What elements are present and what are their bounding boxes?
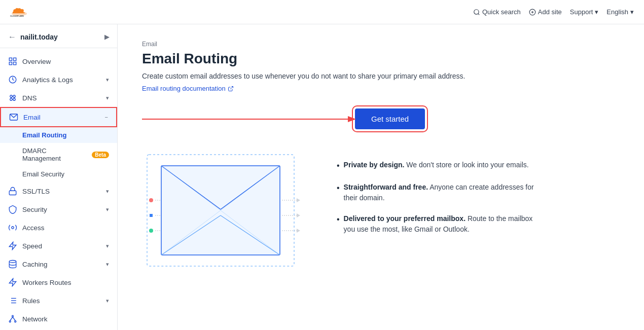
chevron-down-icon: ▾: [106, 261, 109, 268]
email-illustration: [142, 150, 304, 273]
back-arrow-icon: ←: [8, 32, 16, 42]
email-submenu: Email Routing DMARC Management Beta Emai…: [0, 127, 117, 182]
sidebar-item-workers-routes[interactable]: Workers Routes: [0, 273, 117, 291]
breadcrumb: Email: [142, 41, 620, 48]
support-menu[interactable]: Support ▾: [570, 8, 599, 16]
chevron-down-icon: ▾: [106, 298, 109, 304]
svg-point-46: [149, 198, 153, 202]
annotation-arrow: [142, 109, 360, 129]
svg-text:CLOUDFLARE: CLOUDFLARE: [10, 15, 24, 17]
get-started-button[interactable]: Get started: [355, 108, 425, 129]
features-list: Private by design. We don't store or loo…: [337, 150, 620, 245]
sidebar-item-email[interactable]: Email −: [0, 107, 117, 127]
svg-point-32: [15, 321, 16, 322]
svg-rect-48: [150, 214, 153, 217]
quick-search-button[interactable]: Quick search: [473, 8, 521, 16]
svg-point-31: [9, 321, 11, 322]
sidebar-item-dmarc[interactable]: DMARC Management Beta: [0, 143, 117, 166]
svg-marker-53: [297, 198, 300, 202]
sidebar-item-dns[interactable]: DNS ▾: [0, 89, 117, 107]
svg-point-50: [149, 229, 153, 233]
page-title: Email Routing: [142, 51, 620, 67]
svg-rect-7: [14, 58, 16, 60]
chevron-down-icon: ▾: [630, 8, 634, 16]
svg-marker-23: [9, 279, 16, 286]
svg-rect-8: [9, 62, 12, 65]
svg-point-14: [13, 98, 16, 101]
language-selector[interactable]: English ▾: [606, 8, 634, 16]
feature-item-private: Private by design. We don't store or loo…: [337, 160, 540, 172]
sidebar-item-security[interactable]: Security ▾: [0, 200, 117, 218]
domain-selector[interactable]: ← nailit.today ▶: [0, 28, 117, 48]
sidebar-item-email-security[interactable]: Email Security: [0, 166, 117, 182]
beta-badge: Beta: [92, 152, 109, 158]
doc-link[interactable]: Email routing documentation: [142, 85, 234, 92]
sidebar-item-email-routing[interactable]: Email Routing: [0, 127, 117, 143]
logo[interactable]: CLOUDFLARE: [10, 6, 28, 18]
chevron-down-icon: ▾: [106, 206, 109, 213]
chevron-down-icon: ▾: [106, 77, 109, 83]
svg-point-22: [9, 261, 16, 263]
get-started-section: Get started: [142, 108, 620, 129]
feature-item-mailbox: Delivered to your preferred mailbox. Rou…: [337, 213, 540, 235]
sidebar-item-analytics[interactable]: Analytics & Logs ▾: [0, 70, 117, 89]
chevron-up-icon: −: [105, 114, 108, 120]
svg-rect-20: [9, 191, 16, 195]
sidebar-item-caching[interactable]: Caching ▾: [0, 255, 117, 273]
page-description: Create custom email addresses to use whe…: [142, 72, 487, 80]
top-navigation: CLOUDFLARE Quick search Add site Support…: [0, 0, 644, 24]
sidebar-item-overview[interactable]: Overview: [0, 52, 117, 70]
svg-marker-55: [297, 213, 300, 217]
chevron-down-icon: ▾: [106, 243, 109, 249]
svg-line-35: [230, 86, 233, 89]
svg-rect-9: [14, 62, 16, 65]
svg-rect-6: [9, 58, 12, 60]
main-content: Email Email Routing Create custom email …: [118, 24, 644, 330]
sidebar: ← nailit.today ▶ Overview Analytics & Lo…: [0, 24, 118, 330]
sidebar-item-access[interactable]: Access: [0, 218, 117, 237]
sidebar-item-network[interactable]: Network: [0, 310, 117, 328]
svg-point-11: [10, 95, 13, 98]
svg-point-21: [12, 227, 14, 229]
svg-point-13: [10, 98, 13, 101]
sidebar-item-speed[interactable]: Speed ▾: [0, 237, 117, 255]
svg-point-30: [12, 315, 14, 317]
chevron-down-icon: ▾: [106, 188, 109, 195]
sidebar-item-ssl[interactable]: SSL/TLS ▾: [0, 182, 117, 200]
forward-arrow-icon: ▶: [104, 33, 109, 41]
sidebar-item-rules[interactable]: Rules ▾: [0, 291, 117, 310]
feature-item-free: Straightforward and free. Anyone can cre…: [337, 182, 540, 203]
add-site-button[interactable]: Add site: [529, 8, 562, 16]
svg-point-2: [474, 9, 479, 14]
svg-marker-57: [297, 229, 300, 233]
svg-line-33: [10, 317, 13, 321]
chevron-down-icon: ▾: [595, 8, 598, 16]
features-section: Private by design. We don't store or loo…: [142, 150, 620, 273]
svg-line-34: [13, 317, 15, 321]
chevron-down-icon: ▾: [106, 95, 109, 101]
svg-point-12: [13, 95, 16, 98]
